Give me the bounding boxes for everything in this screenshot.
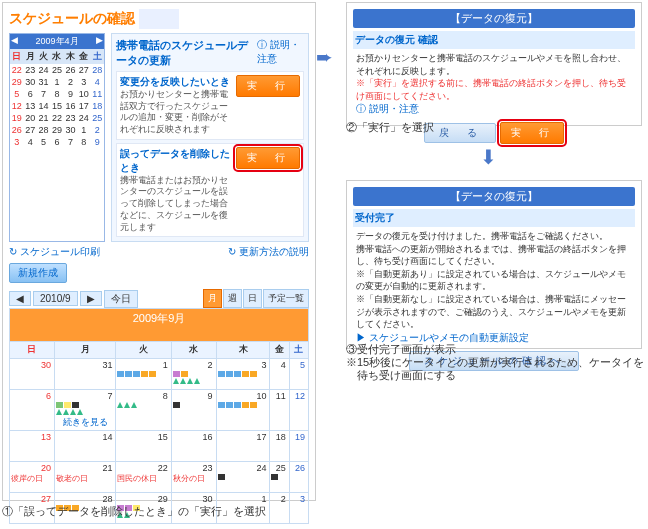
refresh-help-link[interactable]: ↻ 更新方法の説明 <box>228 245 309 259</box>
inst-restore: 誤ってデータを削除したとき 携帯電話またはお預かりセンターのスケジュールを誤って… <box>116 143 304 237</box>
cal-cell[interactable]: 4 <box>270 359 289 390</box>
cal-cell[interactable]: 22国民の休日 <box>116 462 171 493</box>
tab-3[interactable]: 予定一覧 <box>263 289 309 308</box>
month-title: 2009年9月 <box>10 309 309 342</box>
dlg2-l1: データの復元を受け付けました。携帯電話をご確認ください。 <box>356 230 632 243</box>
cal-cell[interactable]: 8 <box>116 390 171 431</box>
arrow-down-icon: ⬇ <box>480 145 497 169</box>
cal-cell[interactable]: 1 <box>116 359 171 390</box>
cal-cell[interactable]: 14 <box>54 431 116 462</box>
help-link[interactable]: ⓘ 説明・注意 <box>257 38 304 68</box>
cal-cell[interactable]: 20彼岸の日 <box>10 462 55 493</box>
inst-reflect: 変更分を反映したいとき お預かりセンターと携帯電話双方で行ったスケジュールの追加… <box>116 71 304 140</box>
dlg1-help-link[interactable]: ⓘ 説明・注意 <box>356 103 419 114</box>
cal-cell[interactable]: 10 <box>216 390 270 431</box>
cal-cell[interactable]: 3 <box>216 359 270 390</box>
cal-cell[interactable]: 23秋分の日 <box>171 462 216 493</box>
dlg1-header: 【データの復元】 <box>353 9 635 28</box>
prev-nav-icon[interactable]: ◀ <box>9 291 31 306</box>
cal-cell[interactable]: 25 <box>270 462 289 493</box>
cal-cell[interactable]: 13 <box>10 431 55 462</box>
cal-cell[interactable]: 30 <box>10 359 55 390</box>
arrow-right-icon: ➨ <box>316 45 333 69</box>
cal-cell[interactable]: 11 <box>270 390 289 431</box>
next-month-icon[interactable]: ▶ <box>96 35 103 48</box>
execute-reflect-button[interactable]: 実 行 <box>236 75 300 97</box>
cal-cell[interactable]: 3 <box>289 493 308 524</box>
restore-confirm-dialog: 【データの復元】 データの復元 確認 お預かりセンターと携帯電話のスケジュールや… <box>346 2 642 126</box>
title-text: スケジュールの確認 <box>9 10 135 28</box>
dlg2-header: 【データの復元】 <box>353 187 635 206</box>
dlg1-sub: データの復元 確認 <box>353 31 635 49</box>
caption-1: ①「誤ってデータを削除したとき」の「実行」を選択 <box>2 504 266 519</box>
update-box: 携帯電話のスケジュールデータの更新 ⓘ 説明・注意 変更分を反映したいとき お預… <box>111 33 309 242</box>
tab-0[interactable]: 月 <box>203 289 222 308</box>
date-label[interactable]: 2010/9 <box>33 291 78 306</box>
view-tabs: 月週日予定一覧 <box>203 289 309 308</box>
back-button[interactable]: 戻 る <box>424 123 496 143</box>
today-button[interactable]: 今日 <box>104 290 138 308</box>
dlg1-line1: お預かりセンターと携帯電話のスケジュールやメモを照し合わせ、それぞれに反映します… <box>356 52 632 77</box>
inst1-title: 変更分を反映したいとき <box>120 75 232 89</box>
tab-2[interactable]: 日 <box>243 289 262 308</box>
cal-cell[interactable]: 18 <box>270 431 289 462</box>
schedule-panel: スケジュールの確認 ◀ 2009年4月 ▶ 日月火水木金土22232425262… <box>2 2 316 501</box>
caption-2: ②「実行」を選択 <box>346 120 434 135</box>
cal-cell[interactable]: 6 <box>10 390 55 431</box>
inst2-title: 誤ってデータを削除したとき <box>120 147 232 175</box>
execute-restore-button[interactable]: 実 行 <box>236 147 300 169</box>
cal-cell[interactable]: 21敬老の日 <box>54 462 116 493</box>
next-nav-icon[interactable]: ▶ <box>80 291 102 306</box>
mini-cal-header: ◀ 2009年4月 ▶ <box>10 34 104 49</box>
mini-cal-title: 2009年4月 <box>35 35 78 48</box>
cal-cell[interactable]: 9 <box>171 390 216 431</box>
inst2-desc: 携帯電話またはお預かりセンターのスケジュールを誤って削除してしまった場合などに、… <box>120 175 232 233</box>
inst1-desc: お預かりセンターと携帯電話双方で行ったスケジュールの追加・変更・削除がそれぞれに… <box>120 89 232 136</box>
update-title: 携帯電話のスケジュールデータの更新 <box>116 38 257 68</box>
tab-1[interactable]: 週 <box>223 289 242 308</box>
prev-month-icon[interactable]: ◀ <box>11 35 18 48</box>
cal-cell[interactable]: 16 <box>171 431 216 462</box>
cal-cell[interactable]: 5 <box>289 359 308 390</box>
execute-confirm-button[interactable]: 実 行 <box>500 122 564 144</box>
new-button[interactable]: 新規作成 <box>9 263 67 283</box>
dlg2-l3: ※「自動更新あり」に設定されている場合は、スケジュールやメモの変更が自動的に更新… <box>356 268 632 293</box>
dlg2-l2: 携帯電話への更新が開始されるまでは、携帯電話の終話ボタンを押し、待ち受け画面にし… <box>356 243 632 268</box>
dlg2-sub: 受付完了 <box>353 209 635 227</box>
cal-cell[interactable]: 2 <box>171 359 216 390</box>
cal-cell[interactable]: 31 <box>54 359 116 390</box>
cal-cell[interactable]: 2 <box>270 493 289 524</box>
cal-cell[interactable]: 26 <box>289 462 308 493</box>
cal-cell[interactable]: 15 <box>116 431 171 462</box>
print-link[interactable]: ↻ スケジュール印刷 <box>9 245 100 259</box>
cal-cell[interactable]: 24 <box>216 462 270 493</box>
cal-cell[interactable]: 12 <box>289 390 308 431</box>
month-calendar: 2009年9月 日月火水木金土 30311234567続きを見る89101112… <box>9 308 309 524</box>
dlg2-l4: ※「自動更新なし」に設定されている場合は、携帯電話にメッセージが表示されますので… <box>356 293 632 331</box>
dlg1-warn: ※「実行」を選択する前に、携帯電話の終話ボタンを押し、待ち受け画面にしてください… <box>356 77 632 102</box>
date-nav: ◀ 2010/9 ▶ 今日 月週日予定一覧 <box>9 289 309 308</box>
page-title: スケジュールの確認 <box>9 9 309 29</box>
cal-cell[interactable]: 7続きを見る <box>54 390 116 431</box>
restore-complete-dialog: 【データの復元】 受付完了 データの復元を受け付けました。携帯電話をご確認くださ… <box>346 180 642 349</box>
caption-5: 待ち受け画面にする <box>346 368 456 383</box>
title-illustration <box>139 9 179 29</box>
cal-cell[interactable]: 19 <box>289 431 308 462</box>
mini-cal-grid: 日月火水木金土222324252627282930311234567891011… <box>10 49 104 148</box>
mini-calendar[interactable]: ◀ 2009年4月 ▶ 日月火水木金土222324252627282930311… <box>9 33 105 242</box>
cal-cell[interactable]: 17 <box>216 431 270 462</box>
